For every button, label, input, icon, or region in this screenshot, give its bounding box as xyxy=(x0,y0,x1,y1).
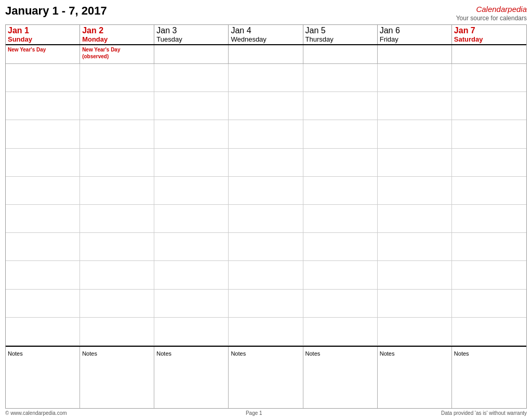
cell-7-5 xyxy=(378,233,452,260)
cell-8-6 xyxy=(452,261,526,289)
holiday-1: New Year's Day(observed) xyxy=(80,45,154,63)
cell-10-6 xyxy=(452,318,526,345)
cell-10-1 xyxy=(80,318,154,345)
cell-6-4 xyxy=(303,205,378,232)
cell-7-6 xyxy=(452,233,526,260)
cell-5-0 xyxy=(6,177,80,204)
day-num-5: Jan 6 xyxy=(380,26,449,35)
day-header-0: Jan 1 Sunday xyxy=(6,25,80,44)
cell-3-3 xyxy=(229,120,303,148)
cell-4-1 xyxy=(80,149,154,176)
cell-1-5 xyxy=(378,64,452,92)
cell-3-0 xyxy=(6,120,80,148)
cell-10-4 xyxy=(303,318,378,345)
notes-cell-4: Notes xyxy=(303,347,378,408)
holiday-6 xyxy=(452,45,526,63)
notes-cell-5: Notes xyxy=(378,347,452,408)
cell-1-4 xyxy=(303,64,378,92)
cell-9-6 xyxy=(452,290,526,317)
brand-name: Calendarpedia xyxy=(456,4,527,15)
cell-8-0 xyxy=(6,261,80,289)
cell-5-3 xyxy=(229,177,303,204)
brand-tagline: Your source for calendars xyxy=(456,15,527,23)
holiday-5 xyxy=(378,45,452,63)
footer-right: Data provided 'as is' without warranty xyxy=(441,410,527,416)
cell-8-3 xyxy=(229,261,303,289)
notes-label-2: Notes xyxy=(156,350,171,357)
cell-7-4 xyxy=(303,233,378,260)
day-header-1: Jan 2 Monday xyxy=(80,25,154,44)
time-row-1 xyxy=(6,64,526,92)
day-header-5: Jan 6 Friday xyxy=(378,25,452,44)
cell-6-1 xyxy=(80,205,154,232)
cell-5-5 xyxy=(378,177,452,204)
cell-3-4 xyxy=(303,120,378,148)
time-row-8 xyxy=(6,261,526,289)
time-rows-area xyxy=(6,64,526,346)
cell-9-1 xyxy=(80,290,154,317)
footer-left: © www.calendarpedia.com xyxy=(5,410,67,416)
cell-9-0 xyxy=(6,290,80,317)
time-row-2 xyxy=(6,92,526,120)
day-num-4: Jan 5 xyxy=(305,26,375,35)
holiday-3 xyxy=(229,45,303,63)
notes-section: Notes Notes Notes Notes Notes Notes Note… xyxy=(6,346,526,408)
time-row-7 xyxy=(6,233,526,261)
time-row-10 xyxy=(6,318,526,346)
cell-1-0 xyxy=(6,64,80,92)
day-name-5: Friday xyxy=(380,35,449,43)
notes-cell-1: Notes xyxy=(80,347,154,408)
notes-cell-2: Notes xyxy=(154,347,229,408)
cell-2-3 xyxy=(229,92,303,120)
cell-2-1 xyxy=(80,92,154,120)
cell-10-5 xyxy=(378,318,452,345)
day-num-6: Jan 7 xyxy=(454,26,524,35)
cell-3-6 xyxy=(452,120,526,148)
cell-6-5 xyxy=(378,205,452,232)
time-row-6 xyxy=(6,205,526,233)
day-header-2: Jan 3 Tuesday xyxy=(154,25,229,44)
brand: Calendarpedia Your source for calendars xyxy=(456,4,527,22)
cell-8-4 xyxy=(303,261,378,289)
footer: © www.calendarpedia.com Page 1 Data prov… xyxy=(5,409,527,416)
cell-9-2 xyxy=(154,290,229,317)
day-name-3: Wednesday xyxy=(231,35,300,43)
day-header-3: Jan 4 Wednesday xyxy=(229,25,303,44)
cell-10-0 xyxy=(6,318,80,345)
cell-9-5 xyxy=(378,290,452,317)
cell-7-2 xyxy=(154,233,229,260)
cell-2-0 xyxy=(6,92,80,120)
cell-3-5 xyxy=(378,120,452,148)
day-header-6: Jan 7 Saturday xyxy=(452,25,526,44)
cell-1-2 xyxy=(154,64,229,92)
cell-2-5 xyxy=(378,92,452,120)
cell-8-5 xyxy=(378,261,452,289)
cell-10-2 xyxy=(154,318,229,345)
cell-6-3 xyxy=(229,205,303,232)
cell-2-2 xyxy=(154,92,229,120)
day-num-2: Jan 3 xyxy=(156,26,226,35)
cell-8-1 xyxy=(80,261,154,289)
cell-1-6 xyxy=(452,64,526,92)
time-row-5 xyxy=(6,177,526,205)
cell-9-4 xyxy=(303,290,378,317)
cell-4-4 xyxy=(303,149,378,176)
notes-label-0: Notes xyxy=(8,350,23,357)
cell-10-3 xyxy=(229,318,303,345)
cell-3-2 xyxy=(154,120,229,148)
calendar-page: January 1 - 7, 2017 Calendarpedia Your s… xyxy=(0,0,532,418)
cell-1-3 xyxy=(229,64,303,92)
cell-1-1 xyxy=(80,64,154,92)
cell-7-3 xyxy=(229,233,303,260)
cell-4-6 xyxy=(452,149,526,176)
brand-italic: pedia xyxy=(508,5,527,14)
day-num-0: Jan 1 xyxy=(8,26,77,35)
day-num-1: Jan 2 xyxy=(82,26,152,35)
page-title: January 1 - 7, 2017 xyxy=(5,4,107,18)
cell-6-6 xyxy=(452,205,526,232)
notes-label-6: Notes xyxy=(454,350,469,357)
calendar-grid: Jan 1 Sunday Jan 2 Monday Jan 3 Tuesday … xyxy=(5,24,527,409)
day-header-4: Jan 5 Thursday xyxy=(303,25,378,44)
notes-label-5: Notes xyxy=(380,350,395,357)
holiday-0: New Year's Day xyxy=(6,45,80,63)
